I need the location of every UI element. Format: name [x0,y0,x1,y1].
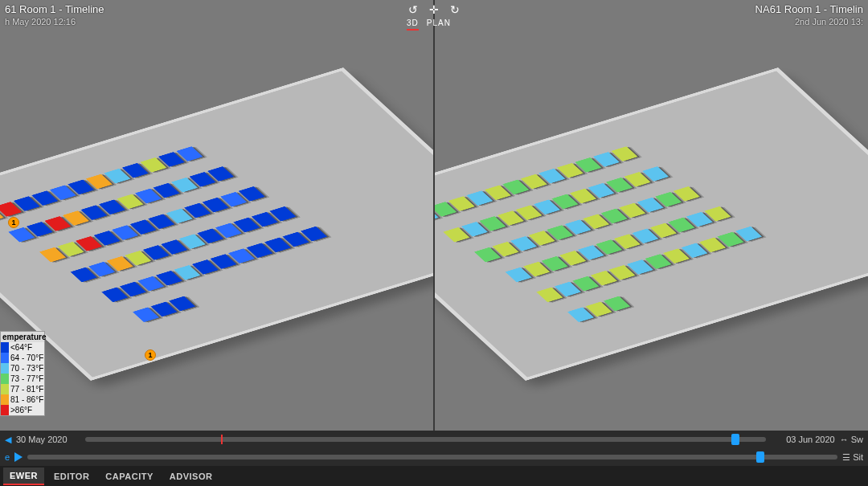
timeline-lower-marker[interactable] [756,451,764,463]
timeline-lower-label: e [5,452,10,462]
legend-label: 64 - 70°F [10,353,43,362]
legend-label: 73 - 77°F [10,374,43,383]
back-icon[interactable]: ◀ [5,435,11,445]
legend-title: emperature [1,332,44,342]
tab-advisor[interactable]: ADVISOR [163,468,219,484]
tab-viewer[interactable]: EWER [3,468,44,485]
timeline-tick[interactable] [221,435,223,444]
view-control-icons: ↺ ✛ ↻ [407,3,461,16]
site-label: Sit [853,452,863,462]
legend-label: 77 - 81°F [10,385,43,394]
view-mode-tabs: 3D PLAN [407,18,461,31]
alert-pin[interactable]: 1 [8,217,19,228]
legend-row: >86°F [1,405,44,415]
room-floor-left [0,67,433,381]
timeline-upper: ◀ 30 May 2020 03 Jun 2020 ↔ Sw [0,431,868,448]
legend-label: 81 - 86°F [10,395,43,404]
site-button[interactable]: ☰ Sit [842,452,863,463]
legend-row: 73 - 77°F [1,374,44,384]
legend-row: 77 - 81°F [1,384,44,394]
viewport-right-subtitle: 2nd Jun 2020 13: [755,17,863,27]
viewports: 61 Room 1 - Timeline h May 2020 12:16 [0,0,868,431]
legend-row: 64 - 70°F [1,353,44,363]
viewport-left-subtitle: h May 2020 12:16 [5,17,104,27]
tab-capacity[interactable]: CAPACITY [99,468,159,484]
legend-swatch [1,353,9,363]
timeline-panel: ◀ 30 May 2020 03 Jun 2020 ↔ Sw e ☰ Sit [0,431,868,466]
viewport-left-title: 61 Room 1 - Timeline [5,3,104,15]
legend-swatch [1,405,9,415]
legend-label: >86°F [10,406,32,415]
legend-row: 70 - 73°F [1,363,44,374]
legend-swatch [1,384,9,394]
timeline-upper-track[interactable] [85,437,766,442]
room-floor-right [433,67,868,381]
legend-swatch [1,363,9,374]
rotate-ccw-icon[interactable]: ↺ [407,3,420,16]
play-button[interactable] [14,452,23,462]
tab-editor[interactable]: EDITOR [47,468,96,484]
legend-swatch [1,342,9,353]
viewport-left-header: 61 Room 1 - Timeline h May 2020 12:16 [5,3,104,27]
legend-swatch [1,374,9,384]
rotate-cw-icon[interactable]: ↻ [448,3,461,16]
alert-pin[interactable]: 1 [145,349,156,361]
timeline-end-date: 03 Jun 2020 [771,435,835,444]
viewport-left[interactable]: 61 Room 1 - Timeline h May 2020 12:16 [0,0,433,431]
app-root: 61 Room 1 - Timeline h May 2020 12:16 [0,0,868,486]
temperature-legend: emperature <64°F 64 - 70°F 70 - 73°F 73 … [0,331,45,416]
view-mode-3d[interactable]: 3D [407,18,419,31]
timeline-marker[interactable] [731,434,739,445]
legend-label: 70 - 73°F [10,364,43,373]
bottom-tabs: EWER EDITOR CAPACITY ADVISOR [0,466,868,486]
layers-icon: ☰ [842,452,850,463]
view-controls: ↺ ✛ ↻ 3D PLAN [407,3,461,31]
timeline-lower: e ☰ Sit [0,448,868,466]
timeline-lower-track[interactable] [27,455,837,459]
view-mode-plan[interactable]: PLAN [427,18,451,31]
swap-button[interactable]: ↔ Sw [840,435,863,444]
timeline-start-date: 30 May 2020 [16,435,80,444]
viewport-right-header: NA61 Room 1 - Timelin 2nd Jun 2020 13: [755,3,863,27]
viewport-right[interactable]: NA61 Room 1 - Timelin 2nd Jun 2020 13: [433,0,868,431]
legend-swatch [1,394,9,405]
legend-row: 81 - 86°F [1,394,44,405]
viewport-right-title: NA61 Room 1 - Timelin [755,3,863,15]
legend-label: <64°F [10,343,32,352]
recenter-icon[interactable]: ✛ [428,3,440,16]
legend-row: <64°F [1,342,44,353]
swap-label: Sw [851,435,863,444]
